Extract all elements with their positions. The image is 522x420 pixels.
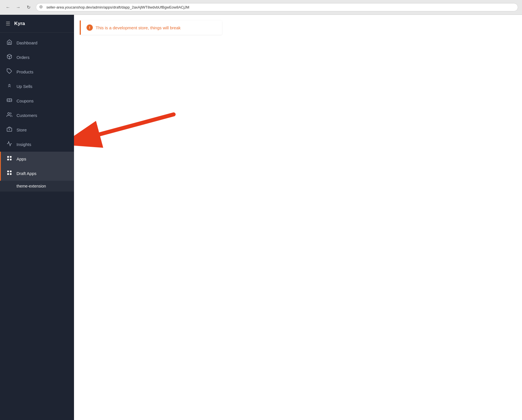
sidebar-item-insights[interactable]: Insights <box>0 137 74 152</box>
svg-rect-15 <box>10 159 12 160</box>
address-bar[interactable]: seller-area.youcanshop.dev/admin/apps/dr… <box>36 3 518 11</box>
sidebar-nav: Dashboard Orders <box>0 33 74 420</box>
apps-icon <box>6 155 13 162</box>
sidebar-item-draft-apps-label: Draft Apps <box>17 171 36 176</box>
hamburger-icon[interactable]: ☰ <box>6 20 10 27</box>
sidebar-item-dashboard-label: Dashboard <box>17 40 37 45</box>
sidebar-item-dashboard[interactable]: Dashboard <box>0 36 74 50</box>
svg-point-1 <box>40 5 42 8</box>
store-name: Kyra <box>14 21 25 26</box>
sidebar-sub-item-theme-extension-label: theme-extension <box>17 184 46 188</box>
sidebar-item-orders[interactable]: Orders <box>0 50 74 65</box>
sidebar-item-store-label: Store <box>17 127 27 132</box>
sidebar: ☰ Kyra Dashboard <box>0 15 74 420</box>
sidebar-item-coupons[interactable]: Coupons <box>0 94 74 108</box>
box-icon <box>6 54 13 61</box>
sidebar-sub-item-theme-extension[interactable]: theme-extension <box>0 181 74 192</box>
sidebar-item-coupons-label: Coupons <box>17 98 34 103</box>
sidebar-item-apps-label: Apps <box>17 157 26 161</box>
sidebar-item-customers-label: Customers <box>17 113 37 118</box>
security-icon <box>39 5 43 10</box>
url-text: seller-area.youcanshop.dev/admin/apps/dr… <box>46 5 189 9</box>
sidebar-item-orders-label: Orders <box>17 55 30 60</box>
tag-icon <box>6 68 13 75</box>
sidebar-item-upsells[interactable]: Up Sells <box>0 79 74 94</box>
dev-banner-text: This is a development store, things will… <box>96 25 180 30</box>
main-content: ! This is a development store, things wi… <box>74 15 522 420</box>
svg-point-6 <box>8 100 8 100</box>
refresh-button[interactable]: ↻ <box>24 3 32 11</box>
sidebar-item-draft-apps[interactable]: Draft Apps <box>0 166 74 181</box>
svg-line-21 <box>100 114 174 134</box>
svg-rect-18 <box>7 173 9 175</box>
svg-point-8 <box>8 113 10 115</box>
arrow-annotation <box>83 109 179 143</box>
customers-icon <box>6 112 13 119</box>
sidebar-item-products-label: Products <box>17 69 33 74</box>
forward-button[interactable]: → <box>14 3 22 11</box>
browser-chrome: ← → ↻ seller-area.youcanshop.dev/admin/a… <box>0 0 522 15</box>
store-icon <box>6 126 13 133</box>
sidebar-header: ☰ Kyra <box>0 15 74 33</box>
sidebar-item-products[interactable]: Products <box>0 65 74 79</box>
app-layout: ☰ Kyra Dashboard <box>0 15 522 420</box>
home-icon <box>6 39 13 46</box>
svg-point-7 <box>11 100 11 100</box>
dev-banner: ! This is a development store, things wi… <box>80 20 222 35</box>
sidebar-item-insights-label: Insights <box>17 142 31 147</box>
arrow-container <box>74 35 522 420</box>
coupon-icon <box>6 97 13 104</box>
svg-rect-19 <box>10 173 12 175</box>
warning-icon: ! <box>87 24 93 31</box>
sidebar-item-customers[interactable]: Customers <box>0 108 74 123</box>
sidebar-item-upsells-label: Up Sells <box>17 84 32 89</box>
svg-rect-12 <box>7 156 9 158</box>
insights-icon <box>6 141 13 148</box>
svg-point-0 <box>40 6 42 7</box>
nav-buttons: ← → ↻ <box>4 3 32 11</box>
sidebar-item-apps[interactable]: Apps <box>0 152 74 166</box>
svg-rect-13 <box>10 156 12 158</box>
svg-rect-16 <box>7 171 9 172</box>
draft-apps-icon <box>6 170 13 177</box>
sidebar-item-store[interactable]: Store <box>0 123 74 137</box>
svg-rect-17 <box>10 171 12 172</box>
back-button[interactable]: ← <box>4 3 12 11</box>
upsell-icon <box>6 83 13 90</box>
svg-rect-14 <box>7 159 9 160</box>
